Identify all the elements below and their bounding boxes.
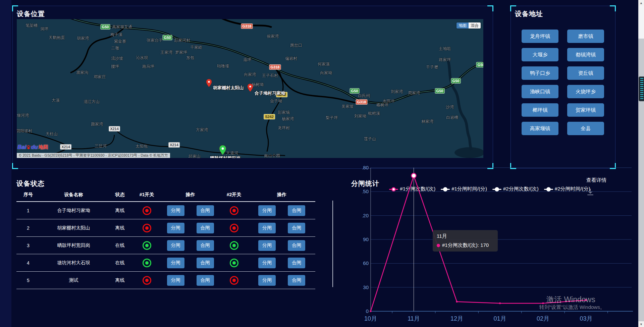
open-switch-button[interactable]: 分闸 bbox=[167, 205, 184, 216]
svg-text:01月: 01月 bbox=[493, 315, 506, 322]
address-button[interactable]: 榔坪镇 bbox=[522, 103, 558, 117]
address-button[interactable]: 大堰乡 bbox=[522, 48, 558, 61]
map-place-label: 白岩槽 bbox=[446, 115, 458, 120]
map-place-label: 笔架槽 bbox=[25, 23, 38, 29]
road-badge-X214: X214 bbox=[60, 144, 71, 150]
close-switch-button[interactable]: 合闸 bbox=[197, 275, 214, 286]
map-place-label: 水田冲 bbox=[382, 98, 394, 104]
map-place-label: 颜家湾 bbox=[91, 121, 103, 127]
close-switch-button[interactable]: 合闸 bbox=[197, 205, 214, 216]
device-status-text: 在线 bbox=[107, 242, 132, 249]
address-button[interactable]: 龙舟坪镇 bbox=[522, 30, 558, 43]
switch2-indicator-red bbox=[230, 276, 238, 285]
close-switch-button[interactable]: 合闸 bbox=[288, 205, 305, 216]
address-button[interactable]: 全县 bbox=[567, 122, 604, 135]
switch1-cell bbox=[132, 224, 161, 232]
map-place-label: 天鹅抱蛋 bbox=[49, 35, 65, 41]
map-place-label: 路家坪 bbox=[439, 57, 451, 63]
svg-text:30: 30 bbox=[363, 284, 369, 290]
map-place-label: 刘家湾 bbox=[391, 89, 403, 95]
close-switch-button[interactable]: 合闸 bbox=[288, 275, 305, 286]
device-status-rows: 1合子坳村习家坳离线分闸合闸分闸合闸2胡家棚村太阳山离线分闸合闸分闸合闸3晒鼓坪… bbox=[16, 202, 315, 289]
scrollbar-thumb[interactable] bbox=[638, 6, 644, 39]
switch2-indicator-red bbox=[230, 206, 238, 215]
baidu-logo-ditu: 地图 bbox=[39, 144, 48, 150]
baidu-paw-icon bbox=[26, 145, 31, 150]
address-button[interactable]: 磨市镇 bbox=[567, 30, 604, 43]
address-button[interactable]: 都镇湾镇 bbox=[567, 48, 604, 61]
map-place-label: 林家湾 bbox=[421, 119, 433, 124]
open-switch-button[interactable]: 分闸 bbox=[258, 223, 276, 233]
device-status-header-row: 序号设备名称状态#1开关操作#2开关操作 bbox=[16, 188, 315, 202]
close-switch-button[interactable]: 合闸 bbox=[197, 223, 214, 233]
open-switch-button[interactable]: 分闸 bbox=[258, 258, 276, 268]
switch2-cell bbox=[220, 206, 248, 215]
map-place-label: 向家坳 bbox=[320, 70, 332, 76]
map-place-label: 二墩 bbox=[111, 45, 119, 51]
road-badge-S242: S242 bbox=[264, 114, 275, 119]
scrollbar-down-arrow-icon[interactable] bbox=[638, 321, 644, 327]
scrollbar-up-arrow-icon[interactable] bbox=[638, 0, 644, 6]
map-place-label: 王子石村 bbox=[262, 73, 278, 78]
map-place-label: 庙坪 bbox=[243, 57, 251, 63]
map-place-label: 紫金寨 bbox=[114, 39, 126, 44]
open-switch-button[interactable]: 分闸 bbox=[167, 275, 184, 286]
map-place-label: 沁水坝 bbox=[136, 55, 148, 61]
address-button[interactable]: 资丘镇 bbox=[567, 66, 604, 80]
map-place-label: 邱家山 bbox=[189, 154, 201, 158]
map-pin-icon[interactable] bbox=[247, 84, 253, 94]
corner-decoration bbox=[12, 163, 18, 169]
open-switch-button[interactable]: 分闸 bbox=[258, 240, 276, 251]
close-switch-button[interactable]: 合闸 bbox=[288, 240, 305, 251]
close-switch-button[interactable]: 合闸 bbox=[288, 258, 305, 268]
address-button[interactable]: 渔峡口镇 bbox=[522, 85, 558, 98]
device-location-panel: 设备位置 笔架槽洞坪天鹅抱蛋胡家湾高家堰互通梅子溪紫金寨二墩流沙坡沁水坝张家台子… bbox=[12, 6, 493, 169]
road-badge-G318: G318 bbox=[241, 23, 253, 29]
road-badge-G318: G318 bbox=[269, 64, 281, 70]
address-button[interactable]: 贺家坪镇 bbox=[567, 103, 604, 117]
map-place-label: 梅子溪 bbox=[110, 32, 122, 38]
close-switch-button[interactable]: 合闸 bbox=[288, 223, 305, 233]
column-header: 状态 bbox=[107, 192, 132, 198]
switch2-indicator-red bbox=[230, 224, 238, 232]
baidu-map[interactable]: 笔架槽洞坪天鹅抱蛋胡家湾高家堰互通梅子溪紫金寨二墩流沙坡沁水坝张家台子彭家河村千… bbox=[17, 19, 483, 158]
operation1-cell: 分闸合闸 bbox=[161, 240, 220, 251]
address-button[interactable]: 鸭子口乡 bbox=[522, 66, 558, 80]
address-button[interactable]: 高家堰镇 bbox=[522, 122, 558, 135]
open-switch-button[interactable]: 分闸 bbox=[258, 205, 276, 216]
open-switch-button[interactable]: 分闸 bbox=[167, 258, 184, 268]
map-place-label: 流沙坡 bbox=[111, 56, 123, 61]
switch1-indicator-red bbox=[143, 206, 151, 215]
scroll-indicator-widget bbox=[639, 76, 644, 101]
map-pin-icon[interactable] bbox=[206, 79, 212, 89]
map-place-label: 合子坳 bbox=[270, 98, 282, 104]
map-place-label: 罗家坪 bbox=[175, 50, 187, 55]
tooltip-title: 11月 bbox=[437, 233, 494, 239]
map-type-map-button[interactable]: 地图 bbox=[457, 22, 469, 29]
tooltip-series-dot bbox=[437, 244, 440, 247]
vertical-scrollbar[interactable] bbox=[638, 0, 644, 327]
map-type-hybrid-button[interactable]: 混合 bbox=[469, 22, 481, 29]
close-switch-button[interactable]: 合闸 bbox=[197, 258, 214, 268]
open-switch-button[interactable]: 分闸 bbox=[167, 240, 184, 251]
row-number: 2 bbox=[16, 225, 40, 231]
map-type-control: 地图 混合 bbox=[457, 22, 481, 29]
svg-text:150: 150 bbox=[362, 188, 369, 194]
svg-text:0: 0 bbox=[366, 308, 369, 314]
road-badge-G318: G318 bbox=[356, 99, 368, 105]
map-place-label: 咕噜垭 bbox=[217, 63, 229, 69]
baidu-logo: Bai du 地图 bbox=[17, 144, 48, 151]
switch1-cell bbox=[132, 206, 161, 215]
table-row: 2胡家棚村太阳山离线分闸合闸分闸合闸 bbox=[16, 219, 315, 237]
close-switch-button[interactable]: 合闸 bbox=[197, 240, 214, 251]
road-badge-G50: G50 bbox=[350, 88, 360, 94]
windows-watermark-line2: 转到"设置"以激活 Windows。 bbox=[539, 304, 605, 311]
open-switch-button[interactable]: 分闸 bbox=[167, 223, 184, 233]
map-place-label: 吴家坡 bbox=[341, 104, 354, 109]
open-switch-button[interactable]: 分闸 bbox=[258, 275, 276, 286]
map-place-label: 南山公园 bbox=[264, 153, 280, 158]
map-place-label: 阴阳坡村 bbox=[17, 128, 32, 134]
address-button[interactable]: 火烧坪乡 bbox=[567, 85, 604, 98]
map-place-label: 大溪 bbox=[52, 98, 60, 103]
map-pin-icon[interactable] bbox=[219, 145, 226, 157]
